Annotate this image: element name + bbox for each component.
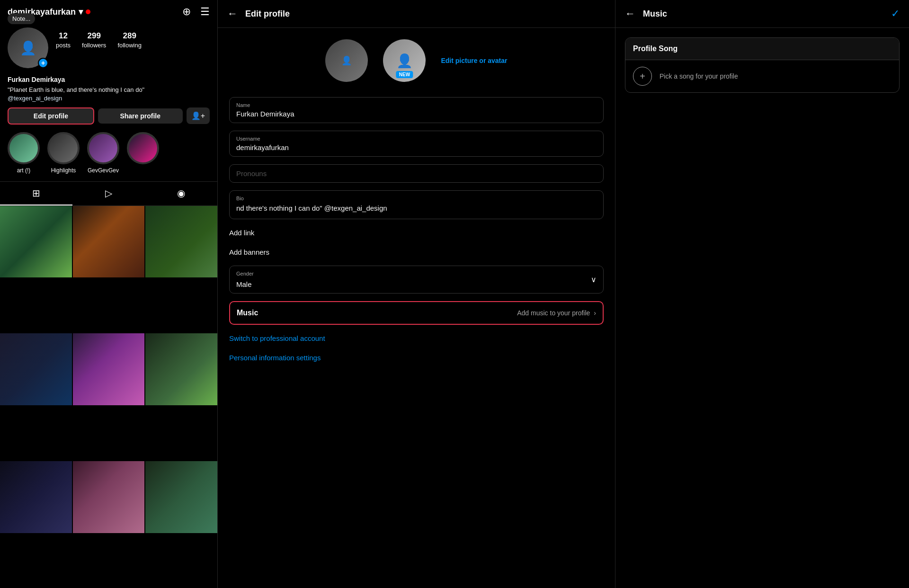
pronouns-field[interactable]: Pronouns [229, 164, 604, 183]
gender-field[interactable]: Gender Male ∨ [229, 266, 604, 294]
switch-professional-link[interactable]: Switch to professional account [229, 332, 604, 344]
edit-title: Edit profile [245, 9, 290, 19]
following-label: following [117, 42, 142, 49]
profile-song-section: Profile Song + Pick a song for your prof… [625, 37, 900, 93]
edit-picture-link[interactable]: Edit picture or avatar [441, 57, 507, 64]
highlight-art-image [9, 134, 38, 162]
tab-reels[interactable]: ▷ [72, 182, 145, 205]
music-header: ← Music ✓ [615, 0, 909, 28]
add-link-button[interactable]: Add link [229, 227, 604, 239]
action-buttons: Edit profile Share profile 👤+ [0, 107, 217, 132]
pick-song-text: Pick a song for your profile [659, 72, 738, 80]
photo-cell-5[interactable] [73, 333, 145, 405]
bio-field-value: nd there's nothing I can do" @texgen_ai_… [236, 203, 597, 214]
username-label: Username [236, 136, 597, 142]
photo-cell-6[interactable] [145, 333, 217, 405]
edit-form: Name Furkan Demirkaya Username demirkaya… [218, 89, 615, 371]
new-badge: NEW [396, 71, 413, 78]
share-profile-button[interactable]: Share profile [98, 108, 183, 124]
music-back-button[interactable]: ← [625, 8, 635, 20]
music-field-label: Music [237, 309, 258, 317]
pronouns-placeholder: Pronouns [236, 169, 597, 178]
music-chevron-icon: › [594, 309, 596, 317]
bio-link[interactable]: @texgen_ai_design [8, 95, 210, 102]
highlight-circle-4 [127, 132, 159, 164]
music-field[interactable]: Music Add music to your profile › [229, 301, 604, 325]
name-label: Name [236, 102, 597, 108]
middle-panel: ← Edit profile 👤 👤 NEW Edit picture or a… [218, 0, 615, 588]
bio-label: Bio [236, 196, 597, 201]
left-panel: demirkayafurkan ▾ ⊕ ☰ Note... 👤 + 12 pos… [0, 0, 218, 588]
photo-cell-3[interactable] [145, 206, 217, 278]
highlight-label-gevgevgev: GevGevGev [88, 167, 119, 174]
username-field-value: demirkayafurkan [236, 143, 597, 151]
name-field[interactable]: Name Furkan Demirkaya [229, 97, 604, 123]
edit-back-button[interactable]: ← [227, 8, 238, 20]
right-panel: ← Music ✓ Profile Song + Pick a song for… [615, 0, 909, 588]
add-banners-button[interactable]: Add banners [229, 246, 604, 258]
tab-grid[interactable]: ⊞ [0, 182, 72, 205]
profile-song-header: Profile Song [625, 38, 899, 60]
add-post-button[interactable]: ⊕ [182, 6, 191, 18]
posts-value: 12 [59, 31, 68, 41]
bio-field[interactable]: Bio nd there's nothing I can do" @texgen… [229, 190, 604, 219]
highlight-item-4[interactable] [127, 132, 159, 174]
note-bubble: Note... [8, 13, 35, 24]
live-dot-icon [86, 9, 90, 14]
edit-profile-button[interactable]: Edit profile [8, 107, 94, 125]
top-bar-icons: ⊕ ☰ [182, 6, 210, 18]
avatar-add-button[interactable]: + [38, 58, 48, 68]
gender-label: Gender [236, 271, 254, 276]
stats-row: 12 posts 299 followers 289 following [56, 31, 142, 49]
photo-cell-1[interactable] [0, 206, 72, 278]
highlight-item-highlights[interactable]: Highlights [47, 132, 80, 174]
highlight-circle-gevgevgev [87, 132, 119, 164]
tab-tagged[interactable]: ◉ [145, 182, 217, 205]
profile-section: Note... 👤 + 12 posts 299 followers 289 f… [0, 24, 217, 76]
username-chevron-icon: ▾ [79, 7, 83, 17]
gender-inner: Gender Male [236, 271, 254, 288]
plus-icon: + [633, 67, 652, 86]
gender-value: Male [236, 280, 254, 288]
bio-text: "Planet Earth is blue, and there's nothi… [8, 85, 210, 95]
following-stat[interactable]: 289 following [117, 31, 142, 49]
edit-avatar-new[interactable]: 👤 NEW [383, 39, 426, 82]
username-field[interactable]: Username demirkayafurkan [229, 131, 604, 157]
profile-song-add-button[interactable]: + Pick a song for your profile [625, 60, 899, 92]
photo-cell-4[interactable] [0, 333, 72, 405]
highlight-label-art: art (!) [17, 167, 31, 174]
posts-stat[interactable]: 12 posts [56, 31, 71, 49]
followers-stat[interactable]: 299 followers [82, 31, 106, 49]
gender-chevron-icon: ∨ [591, 275, 597, 284]
music-confirm-button[interactable]: ✓ [891, 8, 900, 20]
highlights-row: art (!) Highlights GevGevGev [0, 132, 217, 181]
highlight-4-image [129, 134, 157, 162]
photo-cell-8[interactable] [73, 461, 145, 533]
highlight-circle-art [8, 132, 40, 164]
add-person-button[interactable]: 👤+ [187, 107, 210, 124]
photo-grid [0, 206, 217, 588]
followers-label: followers [82, 42, 106, 49]
photo-cell-2[interactable] [73, 206, 145, 278]
highlight-circle-highlights [47, 132, 80, 164]
highlight-label-highlights: Highlights [51, 167, 76, 174]
highlight-item-art[interactable]: art (!) [8, 132, 40, 174]
bio-section: Furkan Demirkaya "Planet Earth is blue, … [0, 76, 217, 107]
highlight-gevgevgev-image [89, 134, 117, 162]
tab-bar: ⊞ ▷ ◉ [0, 181, 217, 206]
music-action-text: Add music to your profile [517, 309, 590, 317]
posts-label: posts [56, 42, 71, 49]
highlight-highlights-image [49, 134, 78, 162]
avatar-photo-current: 👤 [325, 39, 368, 82]
personal-info-link[interactable]: Personal information settings [229, 352, 604, 364]
photo-cell-9[interactable] [145, 461, 217, 533]
edit-avatar-current[interactable]: 👤 [325, 39, 368, 82]
bio-fullname: Furkan Demirkaya [8, 76, 210, 83]
edit-avatar-section: 👤 👤 NEW Edit picture or avatar [218, 28, 615, 89]
avatar-wrapper: Note... 👤 + [8, 27, 48, 68]
hamburger-menu-button[interactable]: ☰ [200, 6, 210, 18]
following-value: 289 [123, 31, 136, 41]
photo-cell-7[interactable] [0, 461, 72, 533]
highlight-item-gevgevgev[interactable]: GevGevGev [87, 132, 119, 174]
edit-header: ← Edit profile [218, 0, 615, 28]
